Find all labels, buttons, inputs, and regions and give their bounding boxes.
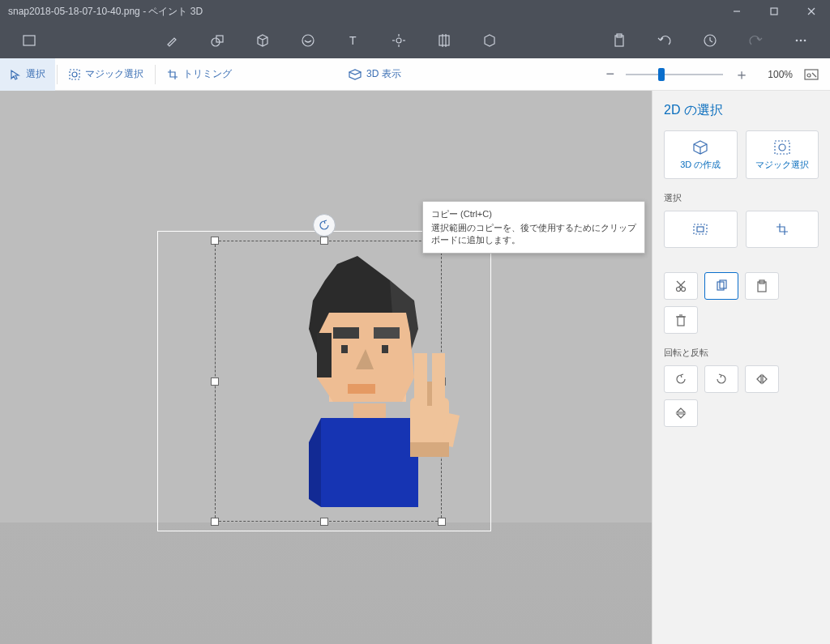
svg-rect-33 — [341, 345, 348, 353]
minimize-button[interactable] — [718, 0, 755, 23]
svg-rect-49 — [694, 224, 707, 234]
main-toolbar: T — [0, 23, 830, 58]
svg-rect-14 — [439, 36, 449, 45]
section-select-label: 選択 — [664, 192, 819, 204]
rotate-row — [664, 365, 819, 427]
svg-point-52 — [682, 288, 686, 292]
zoom-in-button[interactable]: ＋ — [729, 65, 754, 84]
view3d-label: 3D 表示 — [366, 67, 401, 81]
flip-horizontal-button[interactable] — [745, 365, 779, 393]
svg-rect-47 — [775, 141, 789, 154]
svg-marker-65 — [677, 414, 685, 418]
svg-rect-36 — [348, 384, 375, 394]
brushes-tool[interactable] — [149, 23, 195, 58]
separator — [155, 65, 156, 84]
svg-point-22 — [804, 40, 806, 42]
svg-rect-37 — [353, 403, 386, 420]
svg-marker-39 — [309, 418, 321, 507]
svg-rect-1 — [771, 8, 777, 15]
svg-rect-41 — [414, 353, 427, 406]
panel-title: 2D の選択 — [664, 102, 819, 119]
svg-rect-32 — [374, 327, 400, 339]
svg-rect-23 — [70, 70, 79, 79]
svg-point-26 — [807, 74, 811, 77]
separator — [57, 65, 58, 84]
zoom-slider[interactable] — [626, 66, 723, 83]
panel-magic-select-label: マジック選択 — [755, 159, 809, 171]
svg-point-24 — [72, 72, 77, 77]
zoom-out-button[interactable]: − — [601, 66, 619, 83]
copy-button[interactable] — [704, 272, 738, 300]
app-window: snap2018-05-18-07-10-40.png - ペイント 3D T … — [0, 0, 830, 644]
stickers-tool[interactable] — [285, 23, 331, 58]
tooltip: コピー (Ctrl+C) 選択範囲のコピーを、後で使用するためにクリップボードに… — [422, 201, 645, 254]
svg-rect-38 — [321, 418, 418, 507]
svg-point-48 — [779, 144, 785, 151]
svg-rect-44 — [410, 442, 449, 457]
canvas-content-avatar — [252, 256, 463, 523]
canvas-tool[interactable] — [421, 23, 467, 58]
svg-point-7 — [302, 35, 314, 46]
shapes-2d-tool[interactable] — [195, 23, 240, 58]
cut-button[interactable] — [664, 272, 698, 300]
resize-handle-w[interactable] — [211, 377, 219, 386]
resize-handle-nw[interactable] — [211, 237, 219, 245]
tooltip-title: コピー (Ctrl+C) — [431, 208, 636, 220]
effects-tool[interactable] — [376, 23, 421, 58]
text-tool[interactable]: T — [331, 23, 376, 58]
clipboard-row — [664, 272, 819, 334]
shapes-3d-tool[interactable] — [240, 23, 285, 58]
more-button[interactable] — [778, 23, 824, 58]
titlebar: snap2018-05-18-07-10-40.png - ペイント 3D — [0, 0, 830, 23]
flip-vertical-button[interactable] — [664, 399, 698, 427]
rotate-handle[interactable] — [313, 214, 336, 237]
fit-screen-button[interactable] — [799, 69, 824, 80]
make-3d-label: 3D の作成 — [680, 159, 721, 171]
resize-handle-n[interactable] — [320, 237, 328, 245]
history-button[interactable] — [687, 23, 733, 58]
svg-rect-25 — [805, 70, 818, 79]
workspace: コピー (Ctrl+C) 選択範囲のコピーを、後で使用するためにクリップボードに… — [0, 91, 830, 644]
crop-label: トリミング — [183, 67, 232, 81]
panel-magic-select-button[interactable]: マジック選択 — [746, 130, 819, 179]
select-label: 選択 — [26, 67, 45, 81]
svg-marker-63 — [763, 375, 767, 383]
paste-button[interactable] — [597, 23, 642, 58]
make-3d-button[interactable]: 3D の作成 — [664, 130, 738, 179]
svg-rect-31 — [333, 327, 359, 339]
view3d-toggle[interactable]: 3D 表示 — [339, 58, 411, 91]
svg-point-21 — [800, 40, 802, 42]
section-rotate-label: 回転と反転 — [664, 347, 819, 359]
library-3d-tool[interactable] — [467, 23, 512, 58]
svg-rect-4 — [24, 36, 35, 45]
magic-select-tool[interactable]: マジック選択 — [59, 58, 153, 91]
zoom-value: 100% — [760, 69, 793, 80]
svg-rect-42 — [432, 353, 445, 406]
select-tool[interactable]: 選択 — [0, 58, 55, 91]
panel-crop-button[interactable] — [746, 211, 819, 248]
menu-button[interactable] — [6, 23, 52, 58]
side-panel: 2D の選択 3D の作成 マジック選択 選択 — [652, 91, 830, 644]
crop-tool[interactable]: トリミング — [157, 58, 242, 91]
svg-rect-46 — [317, 333, 332, 377]
tooltip-body: 選択範囲のコピーを、後で使用するためにクリップボードに追加します。 — [431, 222, 636, 246]
svg-point-51 — [677, 288, 681, 292]
svg-rect-50 — [697, 227, 704, 232]
maximize-button[interactable] — [755, 0, 793, 23]
redo-button[interactable] — [733, 23, 778, 58]
delete-button[interactable] — [664, 306, 698, 334]
undo-button[interactable] — [642, 23, 687, 58]
resize-handle-sw[interactable] — [211, 518, 219, 526]
select-all-button[interactable] — [664, 211, 738, 248]
rotate-cw-button[interactable] — [704, 365, 738, 393]
rotate-ccw-button[interactable] — [664, 365, 698, 393]
panel-paste-button[interactable] — [745, 272, 779, 300]
svg-marker-62 — [757, 375, 761, 383]
svg-point-20 — [796, 40, 798, 42]
svg-point-9 — [396, 38, 401, 43]
selection-frame[interactable] — [157, 231, 491, 531]
canvas-area[interactable]: コピー (Ctrl+C) 選択範囲のコピーを、後で使用するためにクリップボードに… — [0, 91, 652, 644]
close-button[interactable] — [793, 0, 830, 23]
svg-rect-45 — [427, 382, 432, 406]
magic-select-label: マジック選択 — [85, 67, 143, 81]
